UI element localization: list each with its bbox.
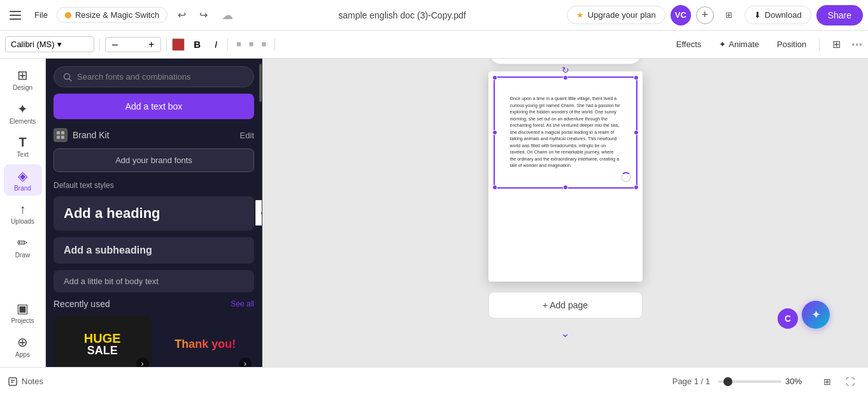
- body-style-button[interactable]: Add a little bit of body text: [53, 270, 254, 292]
- undo-button[interactable]: ↩: [171, 5, 192, 25]
- brand-kit-label: Brand Kit: [73, 130, 110, 140]
- text-label: Text: [17, 151, 28, 158]
- user-avatar[interactable]: VC: [671, 5, 691, 25]
- font-size-plus-button[interactable]: +: [146, 39, 157, 50]
- brand-kit-header-left: Brand Kit: [53, 128, 110, 142]
- draw-icon: ✏: [17, 235, 28, 250]
- notes-label[interactable]: Notes: [22, 377, 43, 386]
- font-size-input[interactable]: 20: [122, 40, 145, 49]
- download-icon: ⬇: [754, 10, 761, 20]
- grid-view-button[interactable]: ⊞: [817, 371, 837, 392]
- handle-middle-left[interactable]: [492, 130, 497, 135]
- heading-style-button[interactable]: Add a heading: [53, 196, 254, 231]
- align-right-button[interactable]: ≡: [258, 38, 269, 50]
- font-family-select[interactable]: Calibri (MS) ▾: [5, 36, 94, 52]
- page-number-label: Page 1 / 1: [672, 377, 710, 386]
- sidebar-item-uploads[interactable]: ↑ Uploads: [4, 198, 42, 229]
- zoom-slider[interactable]: [718, 380, 781, 383]
- apps-label: Apps: [15, 351, 30, 358]
- document-canvas[interactable]: ✦ Magic Write ⧉ 🗑 ••• ↻: [488, 71, 643, 282]
- loading-spinner: [621, 172, 631, 182]
- handle-top-left[interactable]: [492, 75, 497, 80]
- hamburger-button[interactable]: [5, 5, 25, 25]
- upgrade-button[interactable]: ★ Upgrade your plan: [567, 6, 665, 24]
- sidebar-item-design[interactable]: ⊞ Design: [4, 64, 42, 95]
- notifications-icon[interactable]: ⊞: [719, 5, 739, 25]
- search-input[interactable]: [77, 72, 245, 82]
- nav-dot-icon[interactable]: ⌄: [560, 326, 570, 340]
- recently-item-thank-you[interactable]: Thank you! ›: [157, 315, 255, 367]
- page-info: Page 1 / 1: [672, 377, 710, 386]
- document-title[interactable]: sample english doc (3)-Copy.pdf: [241, 10, 563, 20]
- design-label: Design: [13, 84, 32, 91]
- add-page-button[interactable]: + Add page: [488, 292, 643, 319]
- panel-collapse-button[interactable]: ‹: [255, 200, 262, 226]
- handle-bottom-right[interactable]: [634, 185, 639, 190]
- sidebar-item-draw[interactable]: ✏ Draw: [4, 231, 42, 262]
- sidebar-item-elements[interactable]: ✦ Elements: [4, 97, 42, 129]
- handle-bottom-middle[interactable]: [563, 185, 568, 190]
- search-box[interactable]: [53, 66, 254, 87]
- draw-label: Draw: [15, 252, 30, 259]
- brand-label: Brand: [14, 185, 31, 192]
- fullscreen-button[interactable]: ⛶: [840, 371, 860, 392]
- sidebar-item-projects[interactable]: ▣ Projects: [4, 297, 42, 328]
- rotation-handle[interactable]: ↻: [562, 65, 569, 75]
- sidebar-item-text[interactable]: T Text: [4, 131, 42, 162]
- download-button[interactable]: ⬇ Download: [744, 6, 811, 24]
- default-styles-title: Default text styles: [53, 181, 254, 190]
- zoom-controls: 30%: [718, 377, 809, 386]
- more-options-button[interactable]: •••: [851, 40, 863, 50]
- handle-top-middle[interactable]: [563, 75, 568, 80]
- align-center-button[interactable]: ≡: [246, 38, 257, 50]
- projects-label: Projects: [11, 317, 34, 324]
- thank-you-more-button[interactable]: ›: [239, 357, 252, 367]
- animate-button[interactable]: ✦ Animate: [713, 37, 765, 52]
- font-color-swatch[interactable]: [172, 38, 185, 51]
- invite-plus-button[interactable]: +: [696, 6, 714, 24]
- upgrade-label: Upgrade your plan: [588, 10, 656, 20]
- svg-rect-2: [10, 18, 21, 20]
- bottom-bar: Notes Page 1 / 1 30% ⊞ ⛶: [0, 367, 868, 395]
- apps-icon: ⊕: [17, 334, 28, 350]
- align-left-button[interactable]: ≡: [233, 38, 245, 50]
- add-text-box-button[interactable]: Add a text box: [53, 94, 254, 119]
- text-icon: T: [18, 135, 26, 150]
- sidebar-item-brand[interactable]: ◈ Brand: [4, 164, 42, 196]
- checkerboard-icon[interactable]: ⊞: [826, 34, 846, 55]
- projects-icon: ▣: [17, 301, 29, 316]
- italic-button[interactable]: I: [210, 36, 222, 52]
- sidebar-item-apps[interactable]: ⊕ Apps: [4, 331, 42, 362]
- see-all-button[interactable]: See all: [231, 299, 254, 308]
- position-button[interactable]: Position: [771, 37, 813, 52]
- redo-button[interactable]: ↪: [193, 5, 213, 25]
- canvas-area[interactable]: ✦ Magic Write ⧉ 🗑 ••• ↻: [262, 59, 868, 367]
- search-icon: [63, 73, 72, 82]
- brand-kit-edit-button[interactable]: Edit: [240, 131, 254, 140]
- canva-brand-bubble[interactable]: C: [778, 308, 798, 329]
- handle-top-right[interactable]: [634, 75, 639, 80]
- add-brand-fonts-button[interactable]: Add your brand fonts: [53, 148, 254, 172]
- resize-magic-switch-button[interactable]: Resize & Magic Switch: [57, 7, 167, 23]
- main-toolbar: File Resize & Magic Switch ↩ ↪ ☁ sample …: [0, 0, 868, 31]
- sidebar-icons: ⊞ Design ✦ Elements T Text ◈ Brand ↑ Upl…: [0, 59, 46, 367]
- subheading-style-button[interactable]: Add a subheading: [53, 237, 254, 264]
- handle-bottom-left[interactable]: [492, 185, 497, 190]
- share-button[interactable]: Share: [816, 5, 863, 25]
- notes-area: Notes: [8, 377, 665, 387]
- text-selection-box[interactable]: ↻ Once upon a time in a quaint little vi…: [494, 76, 637, 189]
- brand-kit-icon: [53, 128, 68, 142]
- huge-sale-more-button[interactable]: ›: [136, 357, 149, 367]
- svg-rect-6: [61, 131, 64, 134]
- bold-button[interactable]: B: [189, 36, 206, 52]
- font-size-minus-button[interactable]: –: [110, 39, 120, 50]
- effects-button[interactable]: Effects: [670, 37, 708, 52]
- alignment-buttons: ≡ ≡ ≡: [233, 38, 269, 50]
- handle-middle-right[interactable]: [634, 130, 639, 135]
- recently-item-huge-sale[interactable]: HUGE SALE ›: [53, 315, 152, 367]
- file-button[interactable]: File: [29, 8, 53, 22]
- recently-used-grid: HUGE SALE › Thank you! ›: [53, 315, 254, 367]
- ai-assistant-bubble[interactable]: ✦: [802, 301, 830, 329]
- font-size-control: – 20 +: [105, 37, 161, 52]
- font-name-label: Calibri (MS): [11, 40, 55, 49]
